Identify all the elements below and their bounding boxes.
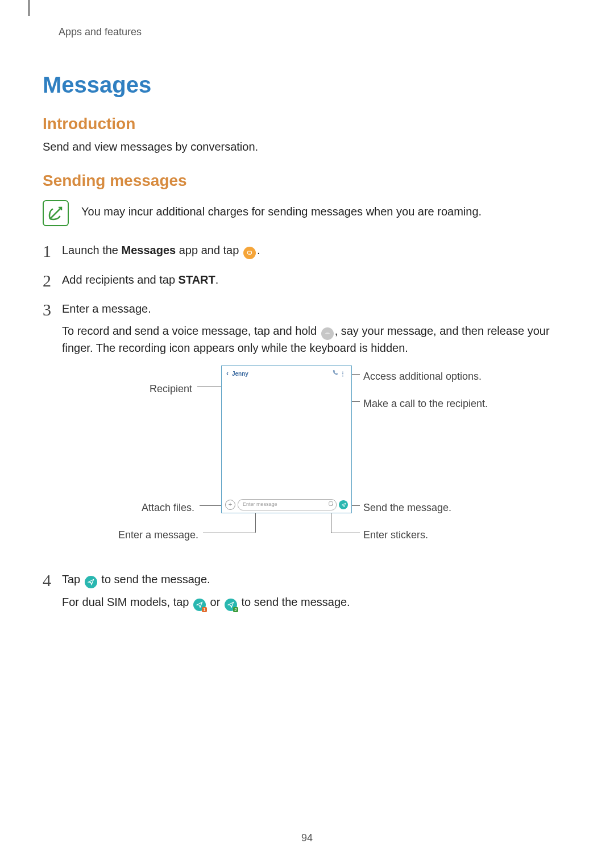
sim1-badge: 1 xyxy=(202,607,207,612)
step-1-text-c: . xyxy=(257,244,260,256)
step-2-text-a: Add recipients and tap xyxy=(62,273,179,286)
compose-icon xyxy=(243,247,256,259)
intro-text: Send and view messages by conversation. xyxy=(43,139,574,155)
step-1: Launch the Messages app and tap . xyxy=(43,242,574,259)
send-sim1-icon: 1 xyxy=(193,599,206,611)
label-enter-message: Enter a message. xyxy=(118,528,198,542)
attach-button[interactable]: + xyxy=(225,500,235,510)
section-introduction-heading: Introduction xyxy=(43,115,574,133)
step-1-text-a: Launch the xyxy=(62,244,122,256)
label-call: Make a call to the recipient. xyxy=(363,396,488,411)
step-3: Enter a message. To record and send a vo… xyxy=(43,301,574,559)
message-input-placeholder: Enter message xyxy=(243,501,277,508)
step-4-text-b: to send the message. xyxy=(98,573,210,585)
page-title: Messages xyxy=(43,72,574,98)
phone-mock: ‹ Jenny ⋮ + Enter xyxy=(221,366,352,513)
send-icon xyxy=(85,576,97,588)
call-icon[interactable] xyxy=(331,369,339,379)
message-screen-diagram: Recipient Attach files. Enter a message.… xyxy=(62,366,596,559)
label-send: Send the message. xyxy=(363,500,451,515)
note-text: You may incur additional charges for sen… xyxy=(81,200,482,220)
label-stickers: Enter stickers. xyxy=(363,528,428,542)
step-4-text-c: For dual SIM models, tap xyxy=(62,596,192,608)
recipient-name[interactable]: Jenny xyxy=(232,370,248,379)
step-3-text-b: To record and send a voice message, tap … xyxy=(62,325,320,337)
phone-conversation-area xyxy=(222,382,351,497)
step-1-bold: Messages xyxy=(122,244,176,256)
step-2: Add recipients and tap START. xyxy=(43,272,574,288)
back-icon[interactable]: ‹ xyxy=(226,369,229,379)
label-recipient: Recipient xyxy=(150,381,192,396)
step-3-text-a: Enter a message. xyxy=(62,302,151,315)
note-icon xyxy=(43,200,69,226)
stickers-button[interactable] xyxy=(328,501,334,509)
svg-rect-0 xyxy=(247,251,251,254)
steps-list: Launch the Messages app and tap . Add re… xyxy=(43,242,574,611)
step-4: Tap to send the message. For dual SIM mo… xyxy=(43,571,574,611)
header-tab-mark xyxy=(28,0,30,16)
step-2-bold: START xyxy=(179,273,215,286)
step-4-text-a: Tap xyxy=(62,573,84,585)
section-sending-heading: Sending messages xyxy=(43,172,574,190)
page-number: 94 xyxy=(0,832,614,844)
message-input[interactable]: Enter message xyxy=(238,499,337,510)
step-4-or: or xyxy=(207,596,223,608)
sim2-badge: 2 xyxy=(233,607,238,612)
send-sim2-icon: 2 xyxy=(225,599,237,611)
note-row: You may incur additional charges for sen… xyxy=(43,200,574,226)
phone-header: ‹ Jenny ⋮ xyxy=(222,366,351,382)
send-button[interactable] xyxy=(339,500,348,509)
label-attach: Attach files. xyxy=(142,500,194,515)
voice-record-icon xyxy=(321,327,334,340)
more-options-icon[interactable]: ⋮ xyxy=(339,370,347,379)
step-1-text-b: app and tap xyxy=(176,244,242,256)
label-options: Access additional options. xyxy=(363,369,482,384)
phone-input-row: + Enter message xyxy=(222,497,351,513)
breadcrumb: Apps and features xyxy=(59,26,574,38)
step-4-text-d: to send the message. xyxy=(238,596,350,608)
step-2-text-b: . xyxy=(215,273,219,286)
